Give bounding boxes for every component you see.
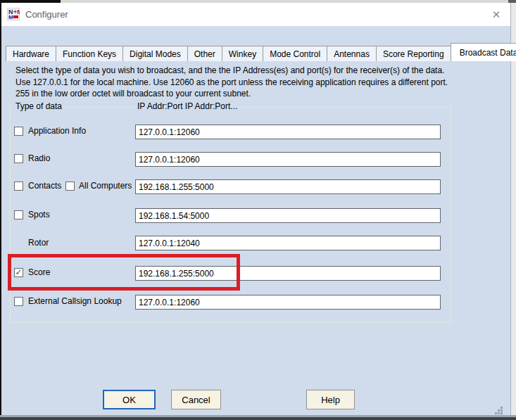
window-title: Configurer bbox=[25, 3, 68, 26]
background-window-edge-bottom bbox=[0, 417, 516, 420]
configurer-dialog: N +M M Configurer ✕ Hardware Function Ke… bbox=[1, 3, 511, 415]
instructions-line-2: Use 127.0.0.1 for the local machine. Use… bbox=[15, 77, 448, 89]
application-info-label: Application Info bbox=[28, 125, 86, 137]
help-button[interactable]: Help bbox=[306, 390, 355, 409]
contacts-label: Contacts bbox=[28, 180, 61, 192]
resize-grip-icon[interactable] bbox=[495, 407, 497, 409]
cancel-button[interactable]: Cancel bbox=[171, 390, 221, 409]
radio-address-input[interactable] bbox=[135, 152, 441, 167]
column-header-type-of-data: Type of data bbox=[13, 101, 64, 111]
tab-other[interactable]: Other bbox=[187, 46, 222, 61]
score-checkbox[interactable]: ✓ bbox=[14, 268, 23, 277]
tab-function-keys[interactable]: Function Keys bbox=[56, 46, 123, 61]
close-icon[interactable]: ✕ bbox=[488, 6, 505, 23]
score-address-input[interactable] bbox=[135, 266, 441, 281]
contacts-address-input[interactable] bbox=[135, 179, 441, 194]
tab-hardware[interactable]: Hardware bbox=[6, 46, 56, 61]
instructions-line-3: 255 in the low order octet will broadcas… bbox=[15, 88, 448, 100]
all-computers-label: All Computers bbox=[79, 180, 132, 192]
spots-address-input[interactable] bbox=[135, 208, 441, 223]
ok-button[interactable]: OK bbox=[103, 390, 156, 409]
application-info-checkbox[interactable] bbox=[14, 127, 23, 136]
tab-mode-control[interactable]: Mode Control bbox=[263, 46, 327, 61]
rotor-address-input[interactable] bbox=[135, 236, 441, 250]
tab-score-reporting[interactable]: Score Reporting bbox=[376, 46, 451, 61]
column-header-ip-addr-port: IP Addr:Port IP Addr:Port... bbox=[135, 101, 239, 111]
instructions-text: Select the type of data you wish to broa… bbox=[15, 65, 448, 100]
app-icon: N +M M bbox=[7, 8, 20, 20]
title-bar[interactable]: N +M M Configurer ✕ bbox=[1, 3, 510, 26]
radio-checkbox[interactable] bbox=[14, 154, 23, 163]
tab-strip: Hardware Function Keys Digital Modes Oth… bbox=[6, 41, 516, 61]
radio-label: Radio bbox=[28, 153, 50, 165]
svg-text:+M: +M bbox=[13, 8, 20, 15]
application-info-address-input[interactable] bbox=[135, 125, 441, 139]
score-label: Score bbox=[28, 267, 50, 279]
contacts-checkbox[interactable] bbox=[14, 182, 23, 191]
external-callsign-lookup-address-input[interactable] bbox=[135, 295, 441, 310]
instructions-line-1: Select the type of data you wish to broa… bbox=[15, 65, 448, 77]
tab-digital-modes[interactable]: Digital Modes bbox=[122, 46, 188, 61]
external-callsign-lookup-label: External Callsign Lookup bbox=[28, 295, 122, 307]
rotor-label: Rotor bbox=[28, 237, 49, 249]
external-callsign-lookup-checkbox[interactable] bbox=[14, 297, 23, 306]
tab-broadcast-data[interactable]: Broadcast Data bbox=[451, 43, 516, 61]
tab-winkey[interactable]: Winkey bbox=[222, 46, 263, 61]
all-computers-checkbox[interactable] bbox=[65, 182, 75, 191]
svg-text:M: M bbox=[8, 14, 13, 20]
spots-checkbox[interactable] bbox=[14, 210, 23, 219]
spots-label: Spots bbox=[28, 209, 50, 221]
screen: N +M M Configurer ✕ Hardware Function Ke… bbox=[0, 0, 516, 420]
tab-antennas[interactable]: Antennas bbox=[327, 46, 377, 61]
